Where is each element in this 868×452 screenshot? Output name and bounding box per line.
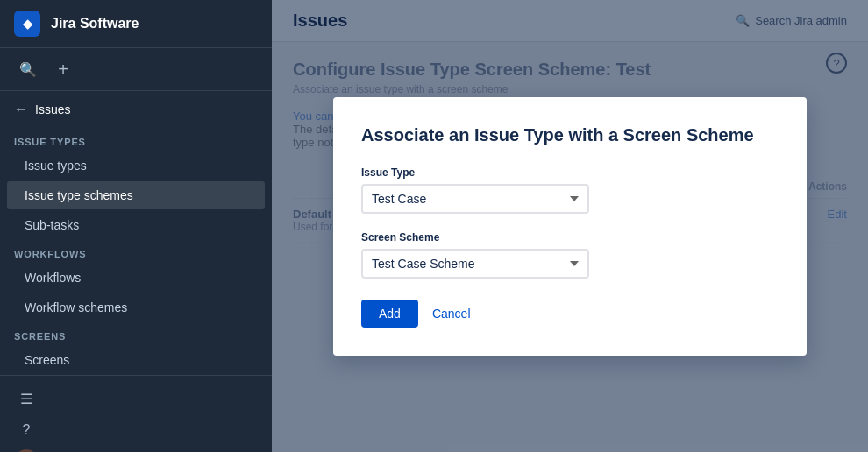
modal-overlay: Associate an Issue Type with a Screen Sc…: [272, 0, 868, 452]
sidebar-item-issue-types[interactable]: Issue types: [7, 152, 265, 180]
add-icon-button[interactable]: +: [49, 55, 77, 83]
sidebar-item-issue-type-schemes[interactable]: Issue type schemes: [7, 181, 265, 209]
app-logo-icon: ◆: [14, 11, 40, 37]
sidebar-item-screens[interactable]: Screens: [7, 346, 265, 374]
screen-scheme-label: Screen Scheme: [361, 231, 779, 244]
sidebar-bottom: ☰ ? U: [0, 375, 272, 452]
search-icon-button[interactable]: 🔍: [14, 55, 42, 83]
issue-type-field-group: Issue Type Test Case Bug Story Task Epic: [361, 166, 779, 214]
modal-title: Associate an Issue Type with a Screen Sc…: [361, 125, 779, 145]
section-label-workflows: WORKFLOWS: [0, 240, 272, 263]
issue-type-select[interactable]: Test Case Bug Story Task Epic: [361, 184, 589, 214]
issue-type-label: Issue Type: [361, 166, 779, 179]
screen-scheme-select[interactable]: Test Case Scheme Default Screen Scheme: [361, 249, 589, 279]
sidebar-item-workflows[interactable]: Workflows: [7, 264, 265, 292]
add-button[interactable]: Add: [361, 300, 418, 328]
sidebar-item-workflow-schemes[interactable]: Workflow schemes: [7, 293, 265, 321]
modal-dialog: Associate an Issue Type with a Screen Sc…: [333, 97, 807, 356]
screen-scheme-field-group: Screen Scheme Test Case Scheme Default S…: [361, 231, 779, 279]
section-label-issue-types: ISSUE TYPES: [0, 128, 272, 151]
modal-actions: Add Cancel: [361, 300, 779, 328]
help-icon-button[interactable]: ?: [14, 418, 39, 442]
menu-icon-button[interactable]: ☰: [14, 386, 39, 411]
section-label-screens: SCREENS: [0, 322, 272, 345]
app-title: Jira Software: [51, 16, 139, 32]
sidebar-item-sub-tasks[interactable]: Sub-tasks: [7, 211, 265, 239]
sidebar: ◆ Jira Software 🔍 + ← Issues ISSUE TYPES…: [0, 0, 272, 452]
nav-back-label: Issues: [35, 102, 70, 117]
back-arrow-icon: ←: [14, 102, 28, 117]
cancel-button[interactable]: Cancel: [429, 300, 474, 328]
nav-back-button[interactable]: ← Issues: [0, 91, 272, 128]
sidebar-header: ◆ Jira Software: [0, 0, 272, 48]
main-content: Issues 🔍 Search Jira admin Configure Iss…: [272, 0, 868, 452]
